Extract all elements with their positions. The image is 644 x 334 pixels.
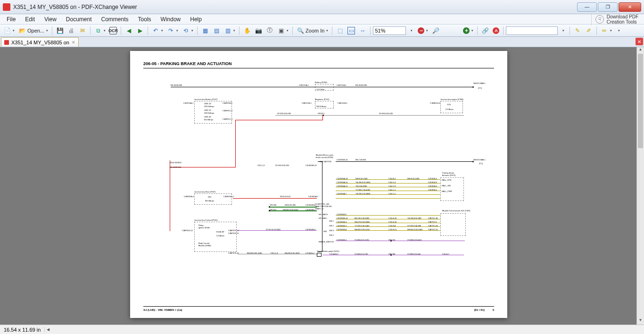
wl: C4CB01B-13 (305, 164, 317, 167)
jb-central-box: Relay- ignition (R18) FUSE 8P 5.0 Amps B… (194, 222, 237, 252)
menu-view[interactable]: View (40, 15, 61, 24)
rotate-ccw-button[interactable]: ⟲▾ (181, 26, 195, 35)
wl: C4CB18-6 (428, 185, 437, 187)
wl: C4CB01B-6 (305, 204, 315, 206)
loupe-button[interactable]: 🔎 (430, 26, 441, 35)
l: Body Control Module (D306) (198, 242, 211, 247)
zoom-drop-button[interactable]: ▾ (407, 26, 415, 35)
search-drop-button[interactable]: ▾ (559, 26, 567, 35)
minimize-button[interactable]: — (577, 2, 597, 12)
zoom-level-input[interactable] (373, 26, 406, 35)
ground-pin (472, 86, 474, 88)
email-button[interactable]: ✉ (77, 26, 88, 35)
layout2-button[interactable]: ▤ (211, 26, 222, 35)
fit-width-button[interactable]: ↔ (357, 26, 368, 35)
fit-page-icon: ▭ (347, 27, 355, 34)
l: 30.0 Amps (205, 200, 214, 202)
menu-comments[interactable]: Comments (97, 15, 133, 24)
wire-label: C4DF10A-1 (183, 102, 193, 104)
marker2-button[interactable]: ▾ (614, 26, 623, 35)
layout3-icon: ▥ (224, 27, 231, 34)
menu-help[interactable]: Help (185, 15, 206, 24)
area-select-icon: ▣ (277, 27, 285, 34)
splice-pin (390, 254, 392, 256)
fit-actual-button[interactable]: ⬚ (335, 26, 345, 35)
ask-button[interactable]: A (491, 26, 501, 35)
wl: C23-H-19 (388, 221, 396, 223)
wl: VT-GY;0.50;2340 (266, 228, 281, 231)
wire-gyrd (275, 115, 464, 116)
footer-rule (143, 306, 494, 307)
select-tool-button[interactable]: Ⓣ (264, 26, 275, 35)
magnifier-icon: 🔍 (297, 27, 304, 34)
horizontal-scrollbar[interactable]: ◀ (45, 326, 644, 334)
layout1-button[interactable]: ▦ (200, 26, 210, 35)
ocr-button[interactable]: OCR (108, 26, 118, 35)
zoom-out-button[interactable]: −▾ (416, 26, 429, 35)
wl: SP1260 (270, 204, 276, 206)
zoom-plus-button[interactable]: +▾ (462, 26, 475, 35)
layout3-button[interactable]: ▥▾ (223, 26, 237, 35)
wl: C4CB01B-9 (305, 228, 315, 231)
wl: C4BR01B-4 (184, 195, 194, 198)
scroll-thumb[interactable] (638, 54, 643, 148)
wire-label: C1BB01G-3 (430, 102, 440, 104)
scroll-left-icon[interactable]: ◀ (45, 327, 51, 332)
open-button[interactable]: 📂Open...▾ (17, 26, 50, 35)
save-button[interactable]: 💾 (55, 26, 65, 35)
print-button[interactable]: 🖨 (66, 26, 76, 35)
wl: YE-GN;2.50;0005 (355, 192, 371, 195)
wl: YT-GN;2.50;4005 (355, 189, 370, 191)
nav-fwd-button[interactable]: ▶ (135, 26, 145, 35)
vertical-scrollbar[interactable]: ▲ ▼ (636, 47, 644, 325)
footer-page: (01 / 01) (474, 309, 485, 311)
wire-label: C40C02A-1 (299, 84, 309, 86)
wire-label: BK;30;30.000 (355, 84, 367, 86)
fit-page-button[interactable]: ▭ (346, 26, 356, 35)
select-tool2-button[interactable]: ▣▾ (276, 26, 290, 35)
l: HS CAN H (319, 213, 328, 216)
document-tab[interactable]: X351_14 MY_V58805 on ✕ (1, 37, 79, 47)
highlight2-button[interactable]: ✐ (584, 26, 594, 35)
jb-engine-box: F29 5.0 Amps (440, 101, 463, 113)
wl: C01-C-3 (257, 164, 264, 167)
tab-close-icon[interactable]: ✕ (72, 40, 75, 45)
wire-label: C4BF01C-1 (223, 118, 232, 120)
undo-icon: ↶ (152, 27, 159, 34)
marker-button[interactable]: ✏▾ (599, 26, 613, 35)
nav-back-button[interactable]: ◀ (124, 26, 134, 35)
close-button[interactable]: ✕ (619, 2, 641, 12)
maximize-button[interactable]: ❐ (598, 2, 618, 12)
wire-label: RD-6.00;3055 (170, 161, 182, 164)
undo-button[interactable]: ↶▾ (150, 26, 165, 35)
menu-tools[interactable]: Tools (133, 15, 156, 24)
close-all-tabs-button[interactable]: ✕ (636, 38, 643, 45)
hand-tool-button[interactable]: ✋ (242, 26, 252, 35)
menu-window[interactable]: Window (156, 15, 186, 24)
highlight1-button[interactable]: ✎ (572, 26, 583, 35)
wire-label: C4BF01B-1 (223, 102, 232, 104)
snapshot-button[interactable]: 📷 (253, 26, 264, 35)
menu-file[interactable]: File (2, 15, 20, 24)
wl: C4CB18-5 (428, 189, 437, 191)
scroll-up-icon[interactable]: ▲ (637, 47, 644, 54)
status-page-size: 16.54 x 11.69 in (0, 327, 45, 333)
wire-y6 (336, 198, 440, 199)
link-tool-button[interactable]: 🔗 (480, 26, 490, 35)
document-viewport[interactable]: 206-05 - PARKING BRAKE AND ACTUATION Bat… (0, 47, 644, 325)
download-pdf-tools-button[interactable]: ☟ Download PDF Creation Tools (591, 13, 642, 25)
menu-document[interactable]: Document (61, 15, 97, 24)
wire-label: GY-RD;0.50;205 (379, 112, 393, 115)
zoom-in-button[interactable]: 🔍Zoom In▾ (295, 26, 330, 35)
window-controls: — ❐ ✕ (576, 2, 641, 12)
search-input[interactable] (506, 26, 558, 35)
menu-edit[interactable]: Edit (20, 15, 40, 24)
loupe-icon: 🔎 (432, 27, 439, 34)
scroll-down-icon[interactable]: ▼ (637, 318, 644, 325)
redo-button[interactable]: ↷▾ (165, 26, 180, 35)
wire-red-v1b (322, 115, 323, 120)
scan-button[interactable]: ⧉▾ (93, 26, 107, 35)
new-button[interactable]: 📄▾ (2, 26, 16, 35)
battery-box: 12.0 Volts (315, 84, 334, 91)
wire-m4 (336, 226, 440, 227)
